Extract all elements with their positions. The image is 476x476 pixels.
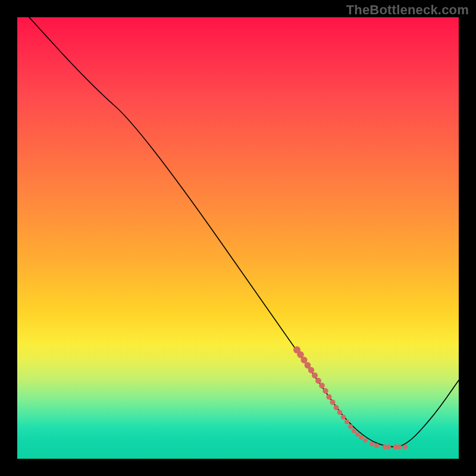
curve-marker — [386, 444, 391, 449]
curve-marker — [312, 372, 318, 378]
curve-marker — [355, 432, 360, 437]
curve-marker — [359, 435, 364, 440]
curve-marker — [374, 443, 379, 448]
chart-frame: TheBottleneck.com — [0, 0, 476, 476]
curve-marker — [315, 378, 321, 384]
bottleneck-curve — [17, 17, 459, 447]
curve-marker — [326, 394, 331, 399]
curve-marker — [300, 356, 307, 363]
plot-area — [17, 17, 459, 459]
curve-marker — [334, 405, 339, 411]
watermark-text: TheBottleneck.com — [346, 2, 469, 18]
curve-marker — [348, 424, 353, 429]
curve-marker — [345, 419, 349, 424]
curve-marker — [330, 400, 336, 405]
curve-layer — [17, 17, 459, 459]
curve-marker — [352, 428, 356, 433]
curve-marker — [363, 438, 368, 443]
curve-marker — [322, 388, 328, 393]
curve-markers — [293, 346, 408, 449]
curve-marker — [308, 367, 314, 373]
curve-marker — [397, 444, 402, 449]
curve-marker — [337, 410, 343, 415]
curve-marker — [403, 444, 408, 449]
curve-marker — [319, 383, 325, 389]
curve-marker — [341, 415, 346, 419]
curve-marker — [369, 441, 374, 446]
